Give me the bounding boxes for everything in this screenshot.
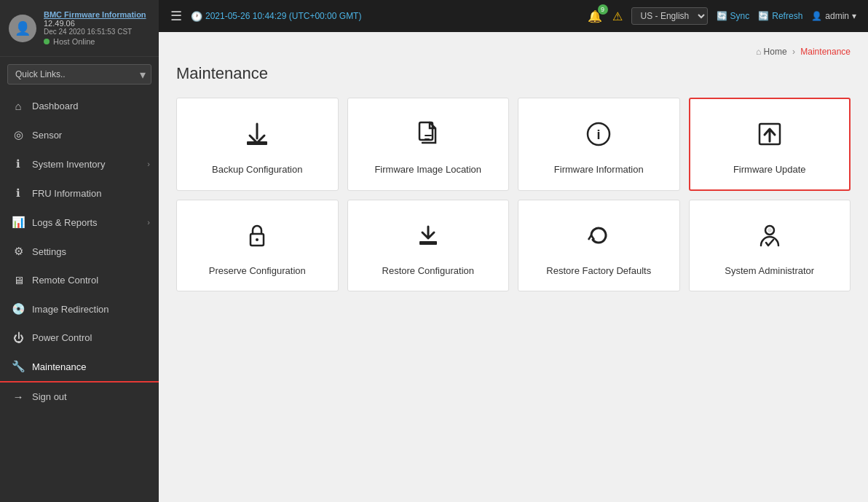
nav-icon-logs-reports: 📊 bbox=[12, 216, 25, 229]
card-system-administrator[interactable]: System Administrator bbox=[689, 200, 851, 291]
breadcrumb-current: Maintenance bbox=[800, 47, 851, 57]
card-label-firmware-information: Firmware Information bbox=[554, 164, 644, 175]
sidebar-item-remote-control[interactable]: 🖥 Remote Control bbox=[0, 266, 159, 294]
content-area: ⌂ Home › Maintenance Maintenance Backup … bbox=[159, 32, 868, 502]
topbar-time: 🕐 2021-05-26 10:44:29 (UTC+00:00 GMT) bbox=[191, 11, 361, 22]
sidebar-item-logs-reports[interactable]: 📊 Logs & Reports › bbox=[0, 208, 159, 237]
nav-arrow-system-inventory: › bbox=[147, 160, 150, 168]
svg-rect-7 bbox=[419, 241, 437, 245]
card-icon-restore-configuration bbox=[414, 221, 443, 256]
sidebar-item-power-control[interactable]: ⏻ Power Control bbox=[0, 323, 159, 352]
card-icon-backup-configuration bbox=[242, 119, 272, 155]
sidebar-item-fru-information[interactable]: ℹ FRU Information bbox=[0, 179, 159, 208]
sidebar-label-fru-information: FRU Information bbox=[32, 188, 101, 199]
refresh-label: Refresh bbox=[772, 11, 802, 21]
sidebar-label-logs-reports: Logs & Reports bbox=[32, 217, 98, 228]
sidebar-label-image-redirection: Image Redirection bbox=[32, 304, 109, 315]
sidebar-item-system-inventory[interactable]: ℹ System Inventory › bbox=[0, 149, 159, 179]
svg-text:i: i bbox=[597, 128, 601, 142]
nav-icon-fru-information: ℹ bbox=[12, 187, 25, 200]
host-status-label: Host Online bbox=[53, 37, 95, 46]
nav-arrow-logs-reports: › bbox=[147, 218, 150, 227]
quick-links-container[interactable]: Quick Links.. bbox=[7, 64, 151, 85]
card-icon-firmware-information: i bbox=[584, 119, 613, 155]
svg-rect-1 bbox=[419, 122, 433, 140]
card-restore-configuration[interactable]: Restore Configuration bbox=[347, 200, 510, 291]
topbar: ☰ 🕐 2021-05-26 10:44:29 (UTC+00:00 GMT) … bbox=[159, 0, 868, 32]
card-firmware-update[interactable]: Firmware Update bbox=[689, 98, 851, 191]
nav-icon-system-inventory: ℹ bbox=[12, 157, 25, 170]
sidebar-label-dashboard: Dashboard bbox=[32, 101, 79, 111]
sidebar-nav: ⌂ Dashboard ◎ Sensor ℹ System Inventory … bbox=[0, 92, 159, 502]
language-select[interactable]: US - English bbox=[631, 7, 708, 25]
nav-icon-image-redirection: 💿 bbox=[12, 302, 25, 315]
notification-bell[interactable]: 🔔 9 bbox=[586, 7, 604, 25]
sidebar-label-sensor: Sensor bbox=[32, 130, 62, 141]
breadcrumb-home[interactable]: Home bbox=[764, 47, 787, 57]
svg-point-9 bbox=[768, 228, 772, 232]
refresh-button[interactable]: 🔄 Refresh bbox=[758, 11, 802, 21]
firmware-info-link[interactable]: BMC Firmware Information bbox=[44, 10, 146, 19]
admin-icon: 👤 bbox=[811, 11, 822, 21]
sidebar-item-sensor[interactable]: ◎ Sensor bbox=[0, 120, 159, 149]
firmware-version: 12.49.06 bbox=[44, 19, 146, 28]
svg-point-6 bbox=[256, 238, 259, 241]
sync-button[interactable]: 🔄 Sync bbox=[717, 11, 750, 21]
sidebar-label-power-control: Power Control bbox=[32, 332, 92, 343]
sidebar-label-settings: Settings bbox=[32, 246, 66, 257]
main-area: ☰ 🕐 2021-05-26 10:44:29 (UTC+00:00 GMT) … bbox=[159, 0, 868, 502]
sidebar-item-maintenance[interactable]: 🔧 Maintenance bbox=[0, 352, 159, 383]
breadcrumb-sep: › bbox=[792, 47, 795, 57]
card-firmware-image-location[interactable]: Firmware Image Location bbox=[347, 98, 510, 191]
card-icon-firmware-update bbox=[755, 119, 784, 155]
nav-icon-maintenance: 🔧 bbox=[12, 360, 25, 373]
card-label-firmware-image-location: Firmware Image Location bbox=[374, 164, 481, 175]
warning-icon[interactable]: ⚠ bbox=[612, 9, 623, 23]
sidebar-label-maintenance: Maintenance bbox=[32, 361, 86, 372]
timestamp: 2021-05-26 10:44:29 (UTC+00:00 GMT) bbox=[205, 11, 361, 21]
nav-icon-power-control: ⏻ bbox=[12, 332, 25, 344]
sidebar-item-settings[interactable]: ⚙ Settings bbox=[0, 237, 159, 266]
card-preserve-configuration[interactable]: Preserve Configuration bbox=[176, 200, 339, 291]
nav-icon-sensor: ◎ bbox=[12, 128, 25, 141]
quick-links-select[interactable]: Quick Links.. bbox=[7, 64, 151, 85]
hamburger-icon[interactable]: ☰ bbox=[170, 8, 182, 24]
firmware-date: Dec 24 2020 16:51:53 CST bbox=[44, 28, 146, 36]
card-firmware-information[interactable]: i Firmware Information bbox=[518, 98, 680, 191]
sync-icon: 🔄 bbox=[717, 11, 727, 21]
card-restore-factory-defaults[interactable]: Restore Factory Defaults bbox=[518, 200, 680, 291]
card-label-backup-configuration: Backup Configuration bbox=[212, 164, 302, 175]
status-dot bbox=[44, 39, 50, 44]
sidebar-label-sign-out: Sign out bbox=[32, 391, 67, 402]
notification-badge: 9 bbox=[598, 4, 608, 15]
sidebar-label-remote-control: Remote Control bbox=[32, 275, 98, 286]
card-label-firmware-update: Firmware Update bbox=[733, 164, 806, 175]
sidebar-item-dashboard[interactable]: ⌂ Dashboard bbox=[0, 92, 159, 120]
admin-label: admin bbox=[825, 11, 849, 21]
sync-label: Sync bbox=[730, 11, 750, 21]
breadcrumb: ⌂ Home › Maintenance bbox=[176, 47, 851, 57]
sidebar: 👤 BMC Firmware Information 12.49.06 Dec … bbox=[0, 0, 159, 502]
card-backup-configuration[interactable]: Backup Configuration bbox=[176, 98, 339, 191]
card-label-restore-factory-defaults: Restore Factory Defaults bbox=[546, 265, 651, 276]
nav-icon-sign-out: → bbox=[12, 391, 25, 403]
breadcrumb-home-icon: ⌂ bbox=[756, 47, 761, 57]
admin-menu[interactable]: 👤 admin ▾ bbox=[811, 11, 856, 21]
svg-rect-0 bbox=[247, 141, 267, 145]
sidebar-header: 👤 BMC Firmware Information 12.49.06 Dec … bbox=[0, 0, 159, 57]
sidebar-label-system-inventory: System Inventory bbox=[32, 159, 105, 170]
sidebar-item-sign-out[interactable]: → Sign out bbox=[0, 383, 159, 411]
nav-icon-remote-control: 🖥 bbox=[12, 274, 25, 286]
nav-icon-settings: ⚙ bbox=[12, 245, 25, 258]
admin-chevron-icon: ▾ bbox=[852, 11, 856, 21]
card-icon-system-administrator bbox=[755, 221, 784, 256]
card-grid: Backup Configuration Firmware Image Loca… bbox=[176, 98, 851, 291]
card-icon-preserve-configuration bbox=[242, 221, 272, 256]
page-title: Maintenance bbox=[176, 64, 851, 83]
card-label-restore-configuration: Restore Configuration bbox=[382, 265, 474, 276]
sidebar-item-image-redirection[interactable]: 💿 Image Redirection bbox=[0, 294, 159, 323]
card-icon-firmware-image-location bbox=[414, 119, 443, 155]
card-label-preserve-configuration: Preserve Configuration bbox=[209, 265, 306, 276]
card-label-system-administrator: System Administrator bbox=[725, 265, 814, 276]
sidebar-header-info: BMC Firmware Information 12.49.06 Dec 24… bbox=[44, 10, 146, 46]
